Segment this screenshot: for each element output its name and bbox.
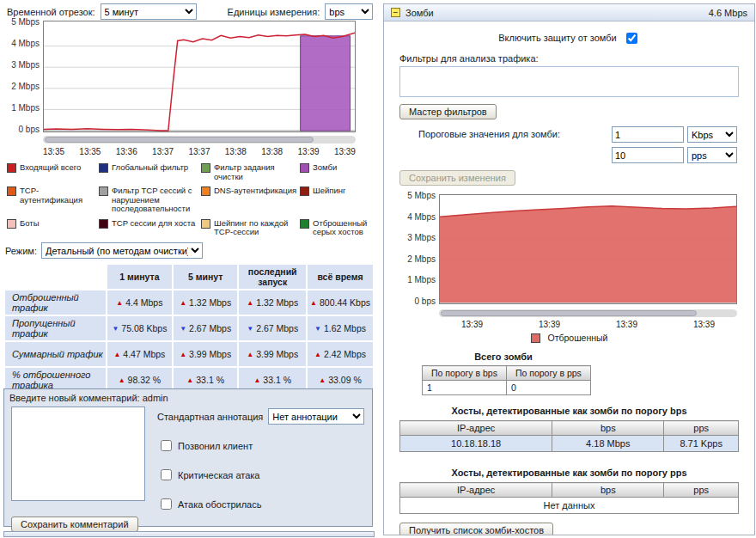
zombie-panel-body: Включить защиту от зомби Фильтры для ана… bbox=[384, 21, 754, 535]
hosts-col-header: bps bbox=[552, 483, 664, 498]
filter-wizard-button[interactable]: Мастер фильтров bbox=[399, 104, 497, 119]
zombie-bps-unit-select[interactable]: Kbps bbox=[687, 126, 737, 143]
stats-value: 4.47 Mbps bbox=[123, 349, 165, 359]
zombie-bps-threshold-input[interactable] bbox=[612, 126, 684, 143]
annotation-select[interactable]: Нет аннотации bbox=[268, 408, 364, 425]
trend-up-icon: ▲ bbox=[319, 376, 326, 384]
xtick: 13:38 bbox=[261, 147, 283, 156]
legend-item: Фильтр задания очистки bbox=[201, 163, 297, 181]
legend-item: Отброшенный серых хостов bbox=[300, 219, 382, 237]
legend-swatch bbox=[99, 163, 108, 173]
chart-scrollbar-thumb[interactable] bbox=[441, 310, 697, 316]
attack-escalated-checkbox[interactable] bbox=[161, 498, 172, 510]
legend-item: TCP-аутентификация bbox=[7, 186, 96, 214]
stats-value: 1.32 Mbps bbox=[256, 297, 298, 308]
legend-swatch bbox=[201, 219, 210, 229]
total-col-header: По порогу в pps bbox=[506, 366, 590, 381]
dropped-chart: 5 Mbps 4 Mbps 3 Mbps 2 Mbps 1 Mbps 0 bps bbox=[399, 194, 739, 306]
chart-scrollbar[interactable] bbox=[43, 136, 356, 144]
zombie-pps-unit-select[interactable]: pps bbox=[687, 147, 737, 163]
anti-ddos-dashboard: Временной отрезок: 5 минут Единицы измер… bbox=[0, 0, 756, 538]
hosts-col-header: pps bbox=[664, 483, 739, 498]
xtick: 13:39 bbox=[539, 320, 560, 329]
annotation-label: Стандартная аннотация bbox=[157, 412, 263, 422]
table-row: По порогу в bps По порогу в pps bbox=[423, 366, 591, 381]
filters-textarea[interactable] bbox=[399, 66, 739, 97]
xtick: 13:38 bbox=[225, 147, 247, 156]
client-called-label: Позвонил клиент bbox=[178, 441, 253, 451]
total-zombies-heading: Всего зомби bbox=[422, 352, 585, 362]
collapse-icon[interactable]: − bbox=[391, 8, 400, 17]
legend-label: TCP сессии для хоста bbox=[112, 219, 195, 237]
ytick: 5 Mbps bbox=[407, 191, 436, 200]
stats-value: 98.32 % bbox=[128, 375, 162, 385]
traffic-chart-plot bbox=[43, 21, 356, 132]
dropped-chart-yaxis: 5 Mbps 4 Mbps 3 Mbps 2 Mbps 1 Mbps 0 bps bbox=[399, 191, 439, 306]
stats-value: 3.99 Mbps bbox=[256, 349, 298, 359]
stats-header-row: 1 минута 5 минут последний запуск всё вр… bbox=[5, 265, 373, 289]
comment-textarea[interactable] bbox=[11, 407, 145, 501]
stats-cell: ▲3.99 Mbps bbox=[174, 342, 237, 366]
table-row: IP-адрес bps pps bbox=[400, 483, 739, 498]
zombie-pps-threshold-input[interactable] bbox=[612, 147, 684, 163]
client-called-checkbox[interactable] bbox=[161, 440, 172, 451]
traffic-panel: Временной отрезок: 5 минут Единицы измер… bbox=[3, 0, 378, 538]
save-comment-button[interactable]: Сохранить комментарий bbox=[11, 517, 138, 532]
mode-select[interactable]: Детальный (по методам очистки) bbox=[41, 242, 203, 259]
save-changes-button[interactable]: Сохранить изменения bbox=[399, 170, 515, 186]
ytick: 2 Mbps bbox=[11, 82, 40, 91]
stats-corner-cell bbox=[5, 265, 106, 289]
comment-header: Введите новый комментарий: admin bbox=[4, 389, 372, 404]
stats-value: 1.62 Mbps bbox=[324, 323, 366, 333]
stats-value: 33.09 % bbox=[328, 375, 362, 385]
legend-swatch bbox=[300, 163, 309, 173]
stats-cell: ▲4.4 Mbps bbox=[107, 290, 172, 315]
legend-swatch bbox=[7, 163, 16, 173]
table-row: Отброшенный трафик ▲4.4 Mbps ▲1.32 Mbps … bbox=[5, 290, 373, 315]
legend-label: Фильтр задания очистки bbox=[214, 163, 297, 181]
trend-down-icon: ▼ bbox=[112, 325, 119, 333]
legend-label: Шейпинг bbox=[313, 186, 345, 214]
trend-up-icon: ▲ bbox=[116, 299, 123, 307]
total-pps-value: 0 bbox=[506, 381, 590, 395]
get-zombie-list-button[interactable]: Получить список зомби-хостов bbox=[399, 523, 553, 535]
chart-scrollbar-thumb[interactable] bbox=[45, 137, 314, 143]
xtick: 13:35 bbox=[43, 147, 64, 156]
stats-value: 2.67 Mbps bbox=[256, 323, 298, 333]
ytick: 4 Mbps bbox=[407, 212, 436, 222]
stats-cell: ▼2.67 Mbps bbox=[174, 316, 237, 340]
comment-box: Введите новый комментарий: admin Стандар… bbox=[3, 388, 373, 527]
no-data-cell: Нет данных bbox=[400, 498, 739, 514]
stats-value: 33.1 % bbox=[196, 375, 224, 385]
stats-value: 3.99 Mbps bbox=[189, 349, 231, 359]
trend-up-icon: ▲ bbox=[314, 351, 321, 358]
legend-swatch bbox=[300, 186, 309, 196]
zombie-panel-header: − Зомби 4.6 Mbps bbox=[384, 4, 754, 21]
host-pps-cell: 8.71 Kpps bbox=[664, 436, 739, 452]
stats-value: 4.4 Mbps bbox=[125, 297, 162, 308]
stats-value: 75.08 Kbps bbox=[121, 323, 167, 333]
next-section-header-strip[interactable] bbox=[3, 531, 375, 537]
trend-up-icon: ▲ bbox=[253, 376, 260, 384]
table-row: 1 0 bbox=[423, 381, 591, 395]
enable-zombie-checkbox[interactable] bbox=[626, 33, 637, 44]
critical-attack-checkbox[interactable] bbox=[161, 469, 172, 480]
hosts-bps-heading: Хосты, детектированные как зомби по поро… bbox=[399, 406, 739, 416]
trend-up-icon: ▲ bbox=[119, 376, 125, 384]
time-range-select[interactable]: 5 минут bbox=[101, 3, 197, 20]
stats-value: 2.67 Mbps bbox=[189, 323, 231, 333]
ytick: 3 Mbps bbox=[407, 233, 436, 242]
zombie-panel: − Зомби 4.6 Mbps Включить защиту от зомб… bbox=[383, 3, 755, 535]
trend-up-icon: ▲ bbox=[310, 299, 317, 307]
stats-cell: ▲1.32 Mbps bbox=[174, 290, 237, 315]
units-select[interactable]: bps bbox=[325, 3, 373, 20]
table-row: Пропущенный трафик ▼75.08 Kbps ▼2.67 Mbp… bbox=[5, 316, 373, 340]
chart-scrollbar[interactable] bbox=[439, 309, 737, 317]
stats-cell: ▲4.47 Mbps bbox=[107, 342, 172, 366]
xtick: 13:37 bbox=[152, 147, 174, 156]
total-col-header: По порогу в bps bbox=[423, 366, 507, 381]
ytick: 1 Mbps bbox=[407, 275, 436, 284]
host-ip-cell: 10.18.18.18 bbox=[400, 436, 552, 452]
table-row: Нет данных bbox=[400, 498, 739, 514]
hosts-col-header: bps bbox=[552, 421, 664, 436]
